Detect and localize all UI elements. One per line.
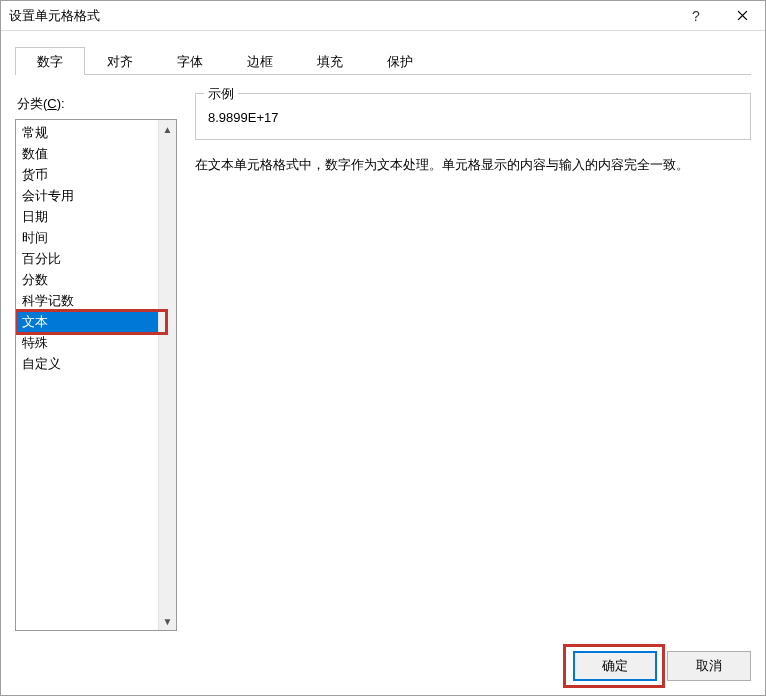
list-item[interactable]: 科学记数 [16, 290, 158, 311]
list-item[interactable]: 货币 [16, 164, 158, 185]
tab-label: 对齐 [107, 53, 133, 71]
list-item[interactable]: 常规 [16, 122, 158, 143]
close-icon [737, 10, 748, 21]
list-item[interactable]: 数值 [16, 143, 158, 164]
tab-label: 填充 [317, 53, 343, 71]
list-item[interactable]: 百分比 [16, 248, 158, 269]
list-item[interactable]: 时间 [16, 227, 158, 248]
tab-0[interactable]: 数字 [15, 47, 85, 75]
category-listbox[interactable]: 常规数值货币会计专用日期时间百分比分数科学记数文本特殊自定义 ▲ ▼ [15, 119, 177, 631]
tab-label: 数字 [37, 53, 63, 71]
listbox-scrollbar[interactable]: ▲ ▼ [158, 120, 176, 630]
tab-3[interactable]: 边框 [225, 47, 295, 75]
list-item[interactable]: 自定义 [16, 353, 158, 374]
tab-label: 边框 [247, 53, 273, 71]
dialog-body: 数字对齐字体边框填充保护 分类(C): 常规数值货币会计专用日期时间百分比分数科… [1, 31, 765, 695]
category-list: 常规数值货币会计专用日期时间百分比分数科学记数文本特殊自定义 [16, 120, 158, 630]
dialog-button-row: 确定 取消 [573, 651, 751, 681]
example-value: 8.9899E+17 [206, 100, 740, 125]
detail-column: 示例 8.9899E+17 在文本单元格格式中，数字作为文本处理。单元格显示的内… [195, 91, 751, 631]
ok-button[interactable]: 确定 [573, 651, 657, 681]
scroll-down-icon[interactable]: ▼ [159, 612, 176, 630]
cancel-button[interactable]: 取消 [667, 651, 751, 681]
format-description: 在文本单元格格式中，数字作为文本处理。单元格显示的内容与输入的内容完全一致。 [195, 154, 751, 176]
category-label-hotkey: C [47, 96, 56, 111]
category-label: 分类(C): [17, 95, 177, 113]
tab-label: 字体 [177, 53, 203, 71]
category-column: 分类(C): 常规数值货币会计专用日期时间百分比分数科学记数文本特殊自定义 ▲ … [15, 91, 177, 631]
scroll-track[interactable] [159, 138, 176, 612]
list-item[interactable]: 文本 [16, 311, 158, 332]
list-item[interactable]: 分数 [16, 269, 158, 290]
category-label-prefix: 分类( [17, 96, 47, 111]
tab-5[interactable]: 保护 [365, 47, 435, 75]
close-button[interactable] [719, 1, 765, 31]
list-item[interactable]: 日期 [16, 206, 158, 227]
tab-2[interactable]: 字体 [155, 47, 225, 75]
tab-content-number: 分类(C): 常规数值货币会计专用日期时间百分比分数科学记数文本特殊自定义 ▲ … [15, 91, 751, 631]
tab-4[interactable]: 填充 [295, 47, 365, 75]
cancel-button-label: 取消 [696, 657, 722, 675]
tab-strip: 数字对齐字体边框填充保护 [15, 45, 751, 75]
tab-1[interactable]: 对齐 [85, 47, 155, 75]
ok-button-label: 确定 [602, 657, 628, 675]
category-label-suffix: ): [57, 96, 65, 111]
example-legend: 示例 [204, 85, 238, 103]
list-item[interactable]: 特殊 [16, 332, 158, 353]
tab-label: 保护 [387, 53, 413, 71]
help-button[interactable]: ? [673, 1, 719, 31]
list-item[interactable]: 会计专用 [16, 185, 158, 206]
example-groupbox: 示例 8.9899E+17 [195, 93, 751, 140]
scroll-up-icon[interactable]: ▲ [159, 120, 176, 138]
title-bar: 设置单元格格式 ? [1, 1, 765, 31]
window-title: 设置单元格格式 [9, 7, 673, 25]
help-icon: ? [692, 8, 700, 24]
